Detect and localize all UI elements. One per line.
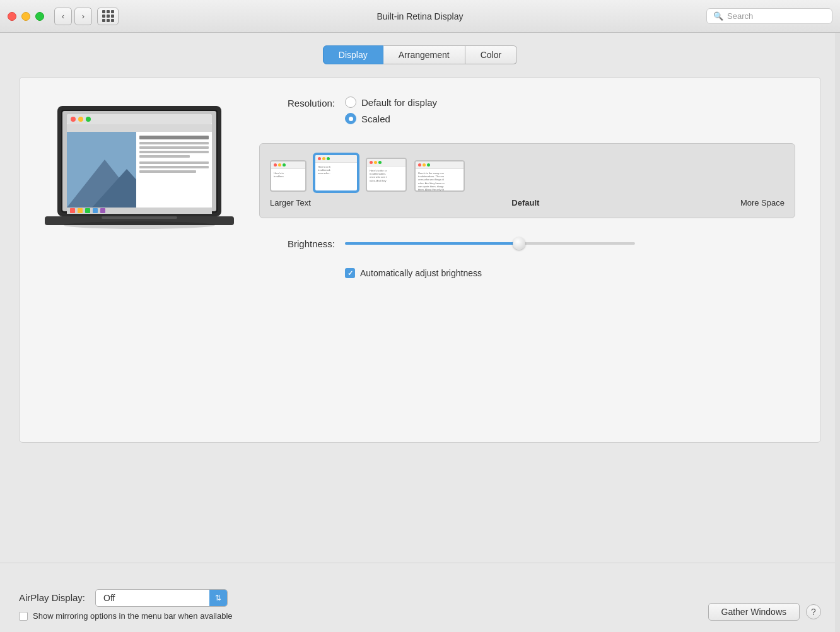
thumb-default-img: Here's to thtroublemakones who... bbox=[314, 154, 358, 192]
svg-rect-14 bbox=[139, 142, 209, 144]
svg-point-29 bbox=[64, 221, 215, 229]
minimize-button[interactable] bbox=[21, 12, 30, 21]
airplay-arrow-icon[interactable]: ⇅ bbox=[209, 590, 227, 606]
scrollbar[interactable] bbox=[835, 33, 840, 632]
help-button[interactable]: ? bbox=[806, 604, 821, 619]
thumbnail-default[interactable]: Here's to thtroublemakones who... bbox=[314, 154, 358, 192]
svg-rect-18 bbox=[139, 161, 209, 164]
svg-rect-25 bbox=[93, 208, 98, 213]
airplay-label: AirPlay Display: bbox=[19, 592, 85, 603]
forward-button[interactable]: › bbox=[74, 8, 92, 25]
svg-rect-22 bbox=[70, 208, 75, 213]
svg-rect-24 bbox=[85, 208, 90, 213]
display-panel: Resolution: Default for display Scaled bbox=[19, 77, 821, 443]
settings-panel: Resolution: Default for display Scaled bbox=[259, 97, 795, 278]
radio-scaled-label: Scaled bbox=[361, 114, 390, 124]
check-icon: ✓ bbox=[347, 269, 353, 278]
brightness-label: Brightness: bbox=[259, 237, 335, 249]
close-button[interactable] bbox=[8, 12, 16, 21]
main-content: Display Arrangement Color bbox=[0, 33, 840, 563]
thumbnails-row: Here's totroublem Here's to thtroublemak… bbox=[270, 154, 785, 192]
thumb-more-img: Here's to the crazy onetroublemakers. Th… bbox=[414, 160, 465, 192]
tab-arrangement[interactable]: Arrangement bbox=[383, 45, 465, 64]
mirroring-checkbox[interactable] bbox=[19, 612, 28, 621]
laptop-illustration bbox=[45, 97, 234, 250]
thumbnail-larger-text[interactable]: Here's totroublem bbox=[270, 160, 306, 192]
resolution-thumbnails: Here's totroublem Here's to thtroublemak… bbox=[259, 143, 795, 218]
svg-point-5 bbox=[71, 117, 76, 122]
auto-brightness-row: ✓ Automatically adjust brightness bbox=[345, 268, 795, 278]
svg-rect-19 bbox=[139, 166, 209, 168]
radio-default-for-display[interactable]: Default for display bbox=[345, 97, 437, 108]
thumbnail-medium[interactable]: Here's to the crtroublemakers.ones who s… bbox=[366, 158, 407, 192]
svg-point-7 bbox=[86, 117, 91, 122]
resolution-options: Default for display Scaled bbox=[345, 97, 437, 124]
thumbnail-labels: Larger Text Default More Space bbox=[270, 198, 785, 208]
svg-rect-26 bbox=[100, 208, 105, 213]
thumbnail-more-space[interactable]: Here's to the crazy onetroublemakers. Th… bbox=[414, 160, 465, 192]
titlebar: ‹ › Built-in Retina Display 🔍 Search bbox=[0, 0, 840, 33]
thumb-larger-content: Here's totroublem bbox=[271, 169, 305, 180]
svg-rect-8 bbox=[67, 124, 212, 132]
gather-windows-button[interactable]: Gather Windows bbox=[708, 603, 800, 621]
svg-rect-16 bbox=[139, 151, 209, 153]
brightness-fill bbox=[345, 242, 519, 245]
svg-rect-20 bbox=[139, 170, 196, 173]
auto-brightness-checkbox[interactable]: ✓ bbox=[345, 268, 355, 278]
traffic-lights bbox=[8, 12, 44, 21]
svg-point-6 bbox=[78, 117, 83, 122]
svg-rect-13 bbox=[139, 136, 209, 139]
search-input[interactable]: Search bbox=[727, 11, 753, 21]
brightness-thumb[interactable] bbox=[513, 237, 525, 250]
radio-default-circle[interactable] bbox=[345, 97, 356, 108]
resolution-label: Resolution: bbox=[259, 97, 335, 108]
thumb-more-content: Here's to the crazy onetroublemakers. Th… bbox=[416, 169, 464, 192]
tab-display[interactable]: Display bbox=[323, 45, 383, 64]
bottom-bar: AirPlay Display: Off ⇅ Show mirroring op… bbox=[0, 563, 840, 632]
maximize-button[interactable] bbox=[35, 12, 44, 21]
nav-buttons: ‹ › bbox=[54, 8, 92, 25]
radio-scaled-circle[interactable] bbox=[345, 113, 356, 124]
label-larger-text: Larger Text bbox=[270, 198, 311, 208]
bottom-right-buttons: Gather Windows ? bbox=[708, 603, 821, 621]
mirroring-row: Show mirroring options in the menu bar w… bbox=[19, 611, 233, 621]
svg-rect-23 bbox=[78, 208, 83, 213]
search-box[interactable]: 🔍 Search bbox=[706, 8, 832, 24]
airplay-value: Off bbox=[96, 593, 209, 603]
tab-color[interactable]: Color bbox=[465, 45, 517, 64]
label-default: Default bbox=[511, 198, 539, 208]
mirroring-label: Show mirroring options in the menu bar w… bbox=[33, 611, 233, 621]
thumb-larger-img: Here's totroublem bbox=[270, 160, 306, 192]
airplay-dropdown[interactable]: Off ⇅ bbox=[95, 589, 228, 607]
brightness-track[interactable] bbox=[345, 242, 635, 245]
thumb-medium-content: Here's to the crtroublemakers.ones who s… bbox=[367, 167, 405, 185]
brightness-row: Brightness: bbox=[259, 237, 795, 249]
back-button[interactable]: ‹ bbox=[54, 8, 72, 25]
svg-rect-17 bbox=[139, 155, 190, 158]
grid-view-button[interactable] bbox=[97, 8, 119, 25]
tab-bar: Display Arrangement Color bbox=[19, 45, 821, 64]
window-title: Built-in Retina Display bbox=[377, 11, 464, 21]
search-icon: 🔍 bbox=[713, 11, 723, 21]
radio-scaled[interactable]: Scaled bbox=[345, 113, 437, 124]
svg-rect-28 bbox=[102, 216, 177, 219]
thumb-medium-img: Here's to the crtroublemakers.ones who s… bbox=[366, 158, 407, 192]
thumb-default-content: Here's to thtroublemakones who... bbox=[315, 163, 357, 178]
auto-brightness-label: Automatically adjust brightness bbox=[360, 268, 482, 278]
svg-rect-15 bbox=[139, 146, 209, 149]
grid-icon bbox=[102, 10, 114, 22]
radio-default-label: Default for display bbox=[361, 97, 437, 108]
brightness-slider-container[interactable] bbox=[345, 242, 635, 245]
label-more-space: More Space bbox=[740, 198, 785, 208]
resolution-row: Resolution: Default for display Scaled bbox=[259, 97, 795, 124]
